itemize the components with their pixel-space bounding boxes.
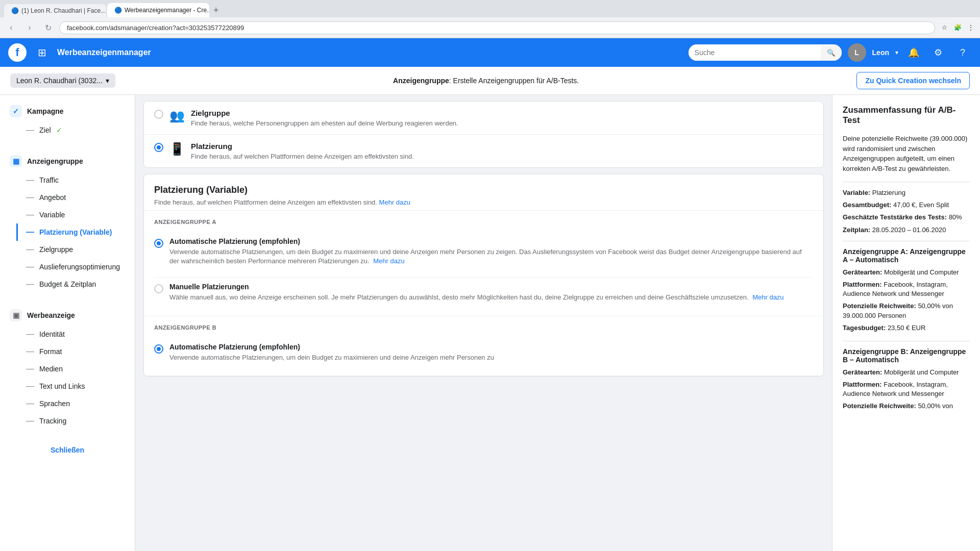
sidebar-item-medien[interactable]: — Medien [16, 360, 135, 378]
zielgruppe-option-desc: Finde heraus, welche Personengruppen am … [191, 119, 458, 127]
breadcrumb-label: Anzeigengruppe [393, 77, 449, 85]
platzierung-option[interactable]: 📱 Platzierung Finde heraus, auf welchen … [144, 135, 823, 167]
test-strength-row: Geschätzte Teststärke des Tests: 80% [843, 213, 970, 222]
browser-tab-2[interactable]: 🔵 Werbeanzeigenmanager - Cre... ✕ [107, 3, 209, 17]
main-layout: ✓ Kampagne — Ziel ✓ ▦ Anzeigengruppe — T… [0, 95, 980, 551]
sidebar-ad-section: ▣ Werbeanzeige — Identität — Format — Me… [0, 299, 135, 436]
variable-row-value: Platzierung [872, 189, 905, 196]
auto-placement-a[interactable]: Automatische Platzierung (empfohlen) Ver… [154, 232, 813, 271]
variable-options-card: 👥 Zielgruppe Finde heraus, welche Person… [143, 101, 824, 168]
new-tab-button[interactable]: + [210, 5, 222, 16]
sprachen-label: Sprachen [39, 399, 70, 408]
platzierung-radio[interactable] [154, 143, 163, 152]
menu-icon[interactable]: ⋮ [966, 22, 976, 33]
address-bar[interactable]: facebook.com/adsmanager/creation?act=303… [59, 21, 935, 34]
manual-mehr-dazu-a-link[interactable]: Mehr dazu [752, 293, 783, 301]
account-selector[interactable]: Leon R. Chaudhari (3032... ▾ [10, 73, 115, 88]
user-name: Leon [872, 48, 889, 57]
platzierung-option-title: Platzierung [191, 142, 414, 151]
sidebar-item-format[interactable]: — Format [16, 343, 135, 360]
reload-button[interactable]: ↻ [41, 20, 55, 35]
manual-placement-a[interactable]: Manuelle Platzierungen Wähle manuell aus… [154, 277, 813, 307]
anzeigengruppe-b-section: ANZEIGENGRUPPE B Automatische Platzierun… [144, 316, 823, 376]
summary-divider-1 [843, 182, 970, 182]
sidebar-item-budget-zeitplan[interactable]: — Budget & Zeitplan [16, 276, 135, 293]
auto-mehr-dazu-a-link[interactable]: Mehr dazu [373, 257, 404, 265]
angebot-label: Angebot [39, 193, 66, 202]
group-a-title: Anzeigengruppe A: Anzeigengruppe A – Aut… [843, 247, 970, 264]
zielgruppe-radio[interactable] [154, 110, 163, 119]
sidebar-item-text-links[interactable]: — Text und Links [16, 378, 135, 395]
platzierung-option-desc: Finde heraus, auf welchen Plattformen de… [191, 153, 414, 160]
platzierung-option-content: Platzierung Finde heraus, auf welchen Pl… [191, 142, 414, 160]
auslieferung-label: Auslieferungsoptimierung [39, 263, 120, 271]
sidebar-item-auslieferung[interactable]: — Auslieferungsoptimierung [16, 258, 135, 276]
notifications-icon[interactable]: 🔔 [904, 43, 923, 62]
sidebar-item-zielgruppe[interactable]: — Zielgruppe [16, 241, 135, 258]
schedule-label: Zeitplan: [843, 226, 870, 234]
sidebar-item-traffic[interactable]: — Traffic [16, 171, 135, 189]
zielgruppe-option-icon: 👥 [169, 109, 185, 123]
variable-label: Variable [39, 211, 65, 219]
auto-placement-b[interactable]: Automatische Platzierung (empfohlen) Ver… [154, 338, 813, 367]
browser-chrome: 🔵 (1) Leon R. Chaudhari | Face... 🔵 Werb… [0, 0, 980, 17]
browser-nav: ‹ › ↻ facebook.com/adsmanager/creation?a… [0, 17, 980, 38]
sidebar-close-button[interactable]: Schließen [0, 440, 135, 460]
app-title: Werbeanzeigenmanager [57, 48, 682, 57]
extensions-icon[interactable]: 🧩 [952, 22, 963, 33]
auto-placement-b-title: Automatische Platzierung (empfohlen) [169, 343, 494, 351]
sidebar-item-tracking[interactable]: — Tracking [16, 412, 135, 430]
manual-placement-a-radio[interactable] [154, 284, 163, 293]
dash-icon-10: — [26, 347, 34, 356]
anzeigengruppe-a-label: ANZEIGENGRUPPE A [154, 219, 813, 225]
auto-placement-a-radio[interactable] [154, 239, 163, 248]
sidebar-campaign-label: Kampagne [27, 107, 64, 115]
search-button[interactable]: 🔍 [821, 45, 842, 61]
settings-icon[interactable]: ⚙ [929, 43, 947, 62]
forward-button[interactable]: › [22, 20, 37, 35]
auto-placement-b-radio[interactable] [154, 344, 163, 354]
search-input[interactable] [689, 44, 821, 61]
dash-icon-8: — [26, 280, 34, 289]
sidebar-item-ziel[interactable]: — Ziel ✓ [16, 121, 135, 139]
sidebar-item-sprachen[interactable]: — Sprachen [16, 395, 135, 412]
variable-row-label: Variable: [843, 189, 870, 196]
variable-mehr-dazu-link[interactable]: Mehr dazu [379, 198, 410, 206]
facebook-logo: f [8, 43, 27, 62]
bookmark-icon[interactable]: ☆ [939, 22, 949, 33]
budget-row-label: Gesamtbudget: [843, 201, 891, 209]
summary-divider-3 [843, 341, 970, 341]
group-b-title: Anzeigengruppe B: Anzeigengruppe B – Aut… [843, 347, 970, 364]
sidebar-item-variable[interactable]: — Variable [16, 206, 135, 223]
browser-tab-1[interactable]: 🔵 (1) Leon R. Chaudhari | Face... [4, 4, 106, 17]
schedule-value: 28.05.2020 – 01.06.2020 [872, 226, 946, 234]
sidebar-item-platzierung-variable[interactable]: — Platzierung (Variable) [16, 223, 135, 241]
help-icon[interactable]: ? [953, 43, 972, 62]
auto-placement-a-content: Automatische Platzierung (empfohlen) Ver… [169, 237, 813, 266]
group-a-title-label: Anzeigengruppe A: [843, 247, 908, 256]
sidebar-ad-header: ▣ Werbeanzeige [0, 305, 135, 325]
medien-label: Medien [39, 365, 63, 373]
ad-icon: ▣ [10, 309, 22, 321]
summary-desc: Deine potenzielle Reichweite (39.000.000… [843, 134, 970, 173]
dash-icon-3: — [26, 193, 34, 202]
sidebar-item-angebot[interactable]: — Angebot [16, 189, 135, 206]
ziel-check-icon: ✓ [56, 126, 62, 134]
variable-row: Variable: Platzierung [843, 188, 970, 197]
header-right: L Leon ▾ 🔔 ⚙ ? [848, 43, 972, 62]
group-b-plattformen: Plattformen: Facebook, Instagram, Audien… [843, 380, 970, 398]
sidebar-campaign-header: ✓ Kampagne [0, 101, 135, 121]
dash-icon-4: — [26, 210, 34, 219]
quick-creation-button[interactable]: Zu Quick Creation wechseln [856, 72, 970, 89]
account-dropdown-icon: ▾ [106, 77, 109, 85]
auto-placement-b-desc: Verwende automatische Platzierungen, um … [169, 353, 494, 362]
dash-icon-12: — [26, 382, 34, 391]
sidebar-item-identitaet[interactable]: — Identität [16, 325, 135, 343]
test-strength-label: Geschätzte Teststärke des Tests: [843, 213, 947, 221]
search-box[interactable]: 🔍 [689, 44, 842, 61]
zielgruppe-option-content: Zielgruppe Finde heraus, welche Personen… [191, 109, 458, 127]
app-grid-icon[interactable]: ⊞ [33, 43, 51, 62]
format-label: Format [39, 347, 62, 356]
zielgruppe-option[interactable]: 👥 Zielgruppe Finde heraus, welche Person… [144, 102, 823, 135]
back-button[interactable]: ‹ [4, 20, 18, 35]
